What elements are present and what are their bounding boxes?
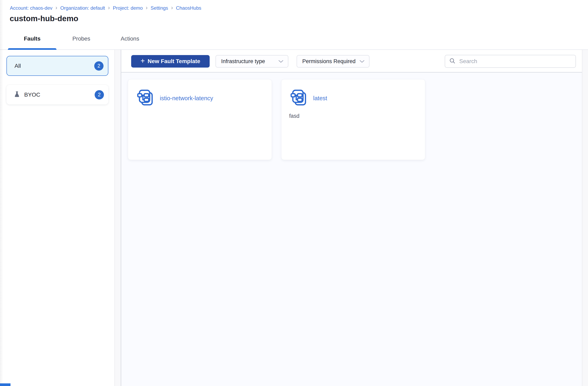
breadcrumb-chaoshubs[interactable]: ChaosHubs xyxy=(176,5,201,11)
search-input[interactable] xyxy=(459,58,571,65)
breadcrumb-account[interactable]: Account: chaos-dev xyxy=(10,5,52,11)
search-box xyxy=(445,55,576,68)
infrastructure-type-dropdown[interactable]: Infrastructure type xyxy=(215,55,288,68)
breadcrumb-organization[interactable]: Organization: default xyxy=(60,5,105,11)
new-fault-template-label: New Fault Template xyxy=(148,58,200,64)
sidebar-item-byoc[interactable]: BYOC 2 xyxy=(6,85,108,104)
new-fault-template-button[interactable]: + New Fault Template xyxy=(131,55,210,68)
template-title-link[interactable]: istio-network-latency xyxy=(160,95,213,102)
page-header: Account: chaos-dev › Organization: defau… xyxy=(0,0,588,50)
breadcrumb-project[interactable]: Project: demo xyxy=(113,5,143,11)
breadcrumb-separator-icon: › xyxy=(56,5,57,10)
sidebar-divider-gutter xyxy=(114,50,121,386)
plus-icon: + xyxy=(141,57,145,64)
dropdown-label: Permissions Required xyxy=(302,58,356,64)
breadcrumb-separator-icon: › xyxy=(108,5,110,10)
dropdown-label: Infrastructure type xyxy=(221,58,265,64)
fault-template-icon xyxy=(291,89,308,107)
filter-sidebar: All 2 BYOC 2 xyxy=(0,50,114,386)
permissions-required-dropdown[interactable]: Permissions Required xyxy=(297,55,369,68)
fault-template-card[interactable]: istio-network-latency xyxy=(128,79,272,160)
page-title: custom-hub-demo xyxy=(10,14,78,23)
sidebar-item-all[interactable]: All 2 xyxy=(6,56,108,76)
main-content: + New Fault Template Infrastructure type… xyxy=(121,50,582,386)
active-tab-underline xyxy=(8,48,57,50)
breadcrumb-separator-icon: › xyxy=(146,5,147,10)
template-title-link[interactable]: latest xyxy=(313,95,327,102)
horizontal-scrollbar-thumb[interactable] xyxy=(0,383,10,386)
breadcrumb: Account: chaos-dev › Organization: defau… xyxy=(10,5,201,11)
tab-probes[interactable]: Probes xyxy=(65,36,98,42)
tab-actions[interactable]: Actions xyxy=(113,36,147,42)
breadcrumb-separator-icon: › xyxy=(171,5,173,10)
breadcrumb-settings[interactable]: Settings xyxy=(150,5,168,11)
filter-label: All xyxy=(15,63,21,69)
right-scrollbar-gutter xyxy=(582,50,588,386)
filter-label: BYOC xyxy=(24,92,40,98)
count-badge: 2 xyxy=(95,90,104,100)
count-badge: 2 xyxy=(94,61,104,71)
tab-faults[interactable]: Faults xyxy=(8,36,57,42)
flask-icon xyxy=(14,91,20,99)
fault-template-icon xyxy=(137,89,155,107)
template-description: fasd xyxy=(289,113,299,119)
chevron-down-icon xyxy=(275,58,284,64)
fault-template-card[interactable]: latest fasd xyxy=(281,79,425,160)
chevron-down-icon xyxy=(356,58,365,64)
search-icon xyxy=(449,58,456,65)
